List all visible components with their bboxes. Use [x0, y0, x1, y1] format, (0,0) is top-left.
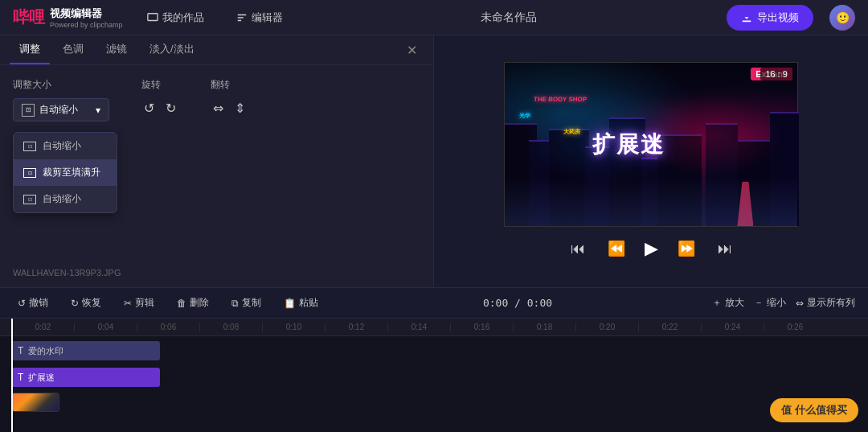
neon-sign-3: 大药房: [563, 128, 580, 136]
neon-sign-2: 光华: [519, 112, 530, 120]
autoscale-icon: ⊡: [23, 142, 36, 151]
tab-fadein[interactable]: 淡入/淡出: [140, 35, 204, 64]
playhead-top: [11, 319, 13, 336]
minus-icon: －: [754, 296, 764, 310]
ruler-mark-10: 0:22: [638, 323, 701, 331]
scale-value: 自动缩小: [39, 103, 78, 117]
header: 哔哩 视频编辑器 Powered by clipchamp 我的作品 编辑器 未…: [0, 0, 868, 35]
flip-section: 翻转 ⇔ ⇕: [211, 78, 248, 118]
editor-button[interactable]: 编辑器: [228, 6, 291, 29]
svg-rect-0: [147, 13, 157, 20]
clip-text-1[interactable]: T 爱的水印: [11, 341, 160, 360]
ruler-mark-5: 0:12: [325, 323, 387, 331]
ruler-mark-8: 0:18: [513, 323, 575, 331]
ruler-mark-7: 0:16: [450, 323, 513, 331]
ruler-mark-2: 0:06: [137, 323, 199, 331]
cut-icon: ✂: [124, 298, 132, 309]
city-scene: THE BODY SHOP 光华 大药房 扩展迷 Extfans: [505, 63, 797, 226]
ratio-badge: 16 : 9: [760, 68, 792, 80]
rotate-section: 旋转 ↺ ↻: [141, 78, 178, 118]
track-text-2: T 扩展迷: [11, 365, 868, 388]
avatar-icon: 🙂: [836, 11, 850, 24]
cropfill-icon: ⊡: [23, 168, 36, 178]
track-image: [11, 391, 868, 413]
scale-section: 调整大小 ⊡ 自动缩小 ▾: [13, 78, 109, 121]
flip-vertical-button[interactable]: ⇕: [232, 98, 248, 118]
dropdown-arrow-icon: ▾: [96, 105, 100, 116]
rotate-left-button[interactable]: ↺: [141, 98, 157, 118]
redo-button[interactable]: ↻ 恢复: [66, 294, 106, 312]
delete-button[interactable]: 🗑 删除: [172, 294, 214, 312]
image-thumbnail: [12, 393, 59, 412]
project-title: 未命名作品: [307, 10, 710, 25]
panel-close-button[interactable]: ✕: [400, 39, 424, 61]
editor-label: 编辑器: [252, 10, 283, 25]
undo-button[interactable]: ↺ 撤销: [13, 294, 53, 312]
timeline-tracks: T 爱的水印 T 扩展迷: [0, 336, 868, 432]
my-works-button[interactable]: 我的作品: [139, 6, 212, 29]
scale-dropdown-menu: ⊡ 自动缩小 ⊡ 裁剪至填满升 ⊡ 自动缩小: [13, 132, 117, 213]
ruler-mark-6: 0:14: [387, 323, 450, 331]
flip-label: 翻转: [211, 78, 248, 92]
avatar[interactable]: 🙂: [829, 5, 855, 31]
logo-icon: 哔哩: [13, 6, 45, 28]
plus-icon: ＋: [712, 296, 722, 310]
cut-button[interactable]: ✂ 剪辑: [119, 294, 159, 312]
clip-image[interactable]: [11, 393, 59, 412]
playhead-line: [11, 336, 13, 432]
skip-to-end-button[interactable]: ⏭: [714, 237, 735, 261]
export-button[interactable]: 导出视频: [727, 5, 813, 31]
timeline-area: ↺ 撤销 ↻ 恢复 ✂ 剪辑 🗑 删除 ⧉ 复制 📋 粘贴 0:00 / 0:0…: [0, 287, 868, 432]
text-clip-icon-2: T: [18, 372, 23, 383]
zoom-in-button[interactable]: ＋ 放大: [712, 296, 744, 310]
track-text-1: T 爱的水印: [11, 339, 868, 362]
timeline-ruler: 0:02 0:04 0:06 0:08 0:10 0:12 0:14 0:16 …: [0, 319, 868, 336]
clip-text-2[interactable]: T 扩展迷: [11, 368, 160, 387]
preview-area: 16 : 9: [434, 35, 868, 287]
show-all-button[interactable]: ⇔ 显示所有列: [796, 296, 855, 310]
logo-sub: Powered by clipchamp: [50, 21, 123, 29]
ruler-mark-3: 0:08: [199, 323, 262, 331]
tab-tone[interactable]: 色调: [53, 35, 93, 64]
ruler-mark-4: 0:10: [262, 323, 325, 331]
copy-button[interactable]: ⧉ 复制: [227, 294, 266, 312]
tab-filter[interactable]: 滤镜: [96, 35, 137, 64]
neon-text-overlay: 扩展迷: [592, 130, 665, 160]
fog-effect: [505, 177, 797, 226]
scale-dropdown[interactable]: ⊡ 自动缩小 ▾: [13, 98, 109, 121]
flip-horizontal-button[interactable]: ⇔: [211, 98, 226, 118]
watermark-badge: 值 什么值得买: [770, 398, 858, 422]
ruler-mark-11: 0:24: [701, 323, 764, 331]
ruler-mark-12: 0:26: [764, 323, 826, 331]
scale-icon: ⊡: [22, 104, 35, 117]
clip-text-1-label: 爱的水印: [28, 345, 63, 357]
ruler-mark-0: 0:02: [11, 323, 74, 331]
timeline-time: 0:00 / 0:00: [336, 297, 699, 309]
tab-adjust[interactable]: 调整: [10, 35, 50, 64]
watermark-text: 什么值得买: [795, 403, 847, 418]
rotate-right-button[interactable]: ↻: [163, 98, 178, 118]
ruler-marks: 0:02 0:04 0:06 0:08 0:10 0:12 0:14 0:16 …: [11, 323, 868, 331]
text-clip-icon-1: T: [18, 345, 23, 356]
filename-label: WALLHAVEN-13R9P3.JPG: [13, 268, 121, 278]
my-works-label: 我的作品: [162, 10, 204, 25]
zoom-out-button[interactable]: － 缩小: [754, 296, 786, 310]
paste-button[interactable]: 📋 粘贴: [279, 294, 323, 312]
dropdown-item-autoscale[interactable]: ⊡ 自动缩小: [14, 133, 117, 159]
timeline-right-controls: ＋ 放大 － 缩小 ⇔ 显示所有列: [712, 296, 855, 310]
skip-to-start-button[interactable]: ⏮: [567, 237, 588, 261]
dropdown-item-autoshrink[interactable]: ⊡ 自动缩小: [14, 186, 117, 212]
main-content: 调整 色调 滤镜 淡入/淡出 ✕ 调整大小 ⊡ 自动缩小: [0, 35, 868, 287]
neon-sign-1: THE BODY SHOP: [534, 96, 588, 103]
panel-tabs: 调整 色调 滤镜 淡入/淡出 ✕: [0, 35, 433, 65]
rewind-button[interactable]: ⏪: [604, 237, 628, 261]
delete-icon: 🗑: [177, 298, 186, 309]
dropdown-item-cropfill[interactable]: ⊡ 裁剪至填满升: [14, 159, 117, 186]
player-controls: ⏮ ⏪ ▶ ⏩ ⏭: [567, 237, 735, 261]
logo: 哔哩 视频编辑器 Powered by clipchamp: [13, 6, 123, 29]
play-button[interactable]: ▶: [645, 238, 658, 259]
logo-main: 视频编辑器: [50, 6, 123, 21]
export-label: 导出视频: [757, 10, 799, 25]
fast-forward-button[interactable]: ⏩: [674, 237, 698, 261]
paste-icon: 📋: [284, 298, 296, 309]
